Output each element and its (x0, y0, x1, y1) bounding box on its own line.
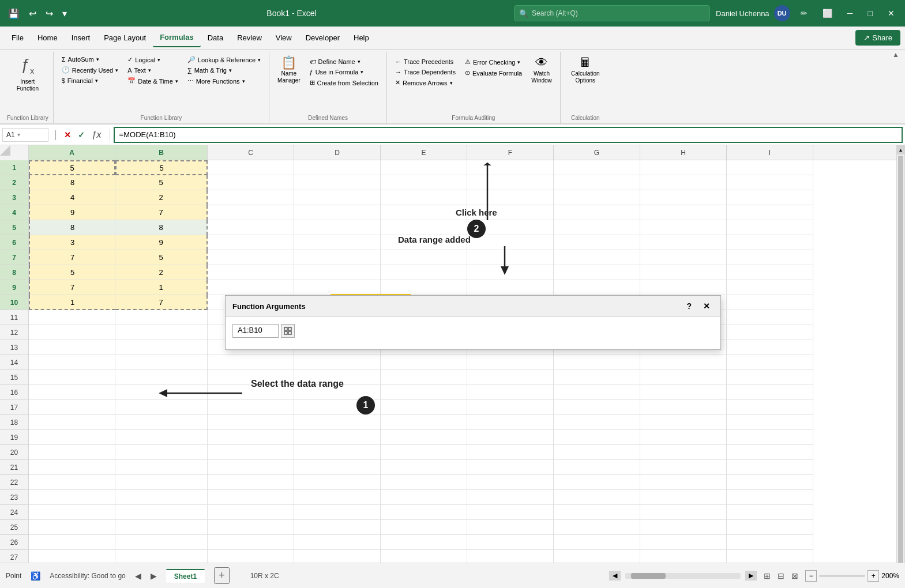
row-num-16[interactable]: 16 (0, 385, 29, 400)
minimize-button[interactable]: ─ (843, 6, 858, 20)
cell-F26[interactable] (467, 535, 554, 550)
cell-E7[interactable] (381, 250, 467, 265)
cell-B14[interactable] (115, 355, 208, 370)
cell-C6[interactable] (208, 235, 294, 250)
use-in-formula-button[interactable]: ƒUse in Formula▾ (306, 67, 382, 77)
cell-I17[interactable] (727, 400, 813, 415)
cell-F16[interactable] (467, 385, 554, 400)
lookup-reference-button[interactable]: 🔎Lookup & Reference▾ (184, 54, 264, 65)
cell-E3[interactable] (381, 190, 467, 205)
hscroll-left-button[interactable]: ◀ (609, 571, 621, 581)
cell-D17[interactable] (294, 400, 381, 415)
cell-H23[interactable] (640, 490, 727, 505)
insert-function-button[interactable]: ƒx InsertFunction (10, 54, 45, 95)
date-time-button[interactable]: 📅Date & Time▾ (124, 76, 182, 86)
row-num-25[interactable]: 25 (0, 520, 29, 535)
cell-D18[interactable] (294, 415, 381, 430)
share-button[interactable]: ↗ Share (855, 30, 900, 46)
cell-A5[interactable]: 8 (29, 220, 115, 235)
cell-H1[interactable] (640, 160, 727, 175)
cell-E2[interactable] (381, 175, 467, 190)
cell-A18[interactable] (29, 415, 115, 430)
cell-G26[interactable] (554, 535, 640, 550)
collapse-dialog-button[interactable] (281, 324, 295, 338)
cell-A12[interactable] (29, 325, 115, 340)
cell-B15[interactable] (115, 370, 208, 385)
row-num-5[interactable]: 5 (0, 220, 29, 235)
cell-G19[interactable] (554, 430, 640, 445)
redo-button[interactable]: ↪ (43, 6, 55, 21)
cell-I23[interactable] (727, 490, 813, 505)
horizontal-scrollbar[interactable] (625, 573, 741, 579)
cell-E25[interactable] (381, 520, 467, 535)
cell-B13[interactable] (115, 340, 208, 355)
row-num-7[interactable]: 7 (0, 250, 29, 265)
cell-C20[interactable] (208, 445, 294, 460)
cell-I19[interactable] (727, 430, 813, 445)
cell-B11[interactable] (115, 310, 208, 325)
cell-B4[interactable]: 7 (115, 205, 208, 220)
zoom-out-button[interactable]: − (805, 570, 817, 582)
range-input-box[interactable]: A1:B10 (232, 324, 279, 338)
trace-dependents-button[interactable]: →Trace Dependents (392, 67, 459, 77)
cell-E1[interactable] (381, 160, 467, 175)
cell-A21[interactable] (29, 460, 115, 475)
cell-I1[interactable] (727, 160, 813, 175)
cell-A9[interactable]: 7 (29, 280, 115, 295)
cell-A2[interactable]: 8 (29, 175, 115, 190)
cell-B19[interactable] (115, 430, 208, 445)
dialog-close-button[interactable]: ✕ (700, 300, 714, 312)
cell-F9[interactable] (467, 280, 554, 295)
cell-C7[interactable] (208, 250, 294, 265)
cell-F4[interactable] (467, 205, 554, 220)
cell-I12[interactable] (727, 325, 813, 340)
col-header-I[interactable]: I (727, 145, 813, 160)
cell-H8[interactable] (640, 265, 727, 280)
cell-G2[interactable] (554, 175, 640, 190)
cell-H2[interactable] (640, 175, 727, 190)
cell-A10[interactable]: 1 (29, 295, 115, 310)
cell-H19[interactable] (640, 430, 727, 445)
cell-C18[interactable] (208, 415, 294, 430)
cell-B10[interactable]: 7 (115, 295, 208, 310)
customize-button[interactable]: ▾ (60, 6, 69, 21)
cell-B8[interactable]: 2 (115, 265, 208, 280)
row-num-14[interactable]: 14 (0, 355, 29, 370)
cell-H18[interactable] (640, 415, 727, 430)
cell-G15[interactable] (554, 370, 640, 385)
cell-A24[interactable] (29, 505, 115, 520)
confirm-entry-button[interactable]: ✓ (76, 129, 87, 141)
menu-insert[interactable]: Insert (65, 29, 97, 47)
menu-home[interactable]: Home (31, 29, 65, 47)
row-num-17[interactable]: 17 (0, 400, 29, 415)
col-header-C[interactable]: C (208, 145, 294, 160)
cell-G16[interactable] (554, 385, 640, 400)
cell-G6[interactable] (554, 235, 640, 250)
avatar[interactable]: DU (774, 5, 790, 21)
cell-E24[interactable] (381, 505, 467, 520)
cell-D14[interactable] (294, 355, 381, 370)
cell-F22[interactable] (467, 475, 554, 490)
cell-A17[interactable] (29, 400, 115, 415)
cell-E19[interactable] (381, 430, 467, 445)
cell-B3[interactable]: 2 (115, 190, 208, 205)
menu-data[interactable]: Data (201, 29, 230, 47)
cell-E4[interactable] (381, 205, 467, 220)
corner-cell[interactable] (0, 145, 29, 160)
cell-C23[interactable] (208, 490, 294, 505)
cell-C16[interactable] (208, 385, 294, 400)
cell-G9[interactable] (554, 280, 640, 295)
cell-A26[interactable] (29, 535, 115, 550)
cell-I16[interactable] (727, 385, 813, 400)
cell-H17[interactable] (640, 400, 727, 415)
row-num-23[interactable]: 23 (0, 490, 29, 505)
cell-E5[interactable] (381, 220, 467, 235)
cell-D19[interactable] (294, 430, 381, 445)
error-checking-button[interactable]: ⚠Error Checking▾ (461, 56, 525, 67)
cell-C2[interactable] (208, 175, 294, 190)
cell-I10[interactable] (727, 295, 813, 310)
cell-D5[interactable] (294, 220, 381, 235)
ribbon-collapse-button[interactable]: ▲ (892, 51, 899, 59)
cell-E26[interactable] (381, 535, 467, 550)
cell-G14[interactable] (554, 355, 640, 370)
